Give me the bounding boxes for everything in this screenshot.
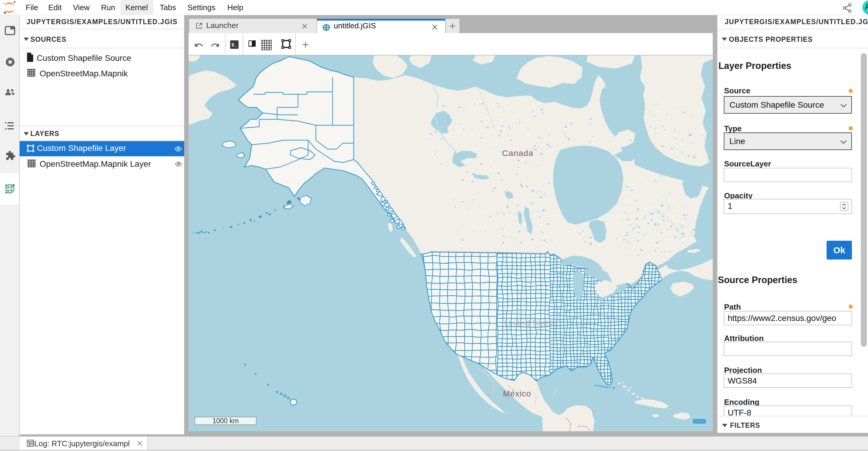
svg-text:$_: $_	[231, 43, 237, 48]
svg-text:Canada: Canada	[502, 148, 533, 158]
svg-text:México: México	[503, 389, 531, 398]
